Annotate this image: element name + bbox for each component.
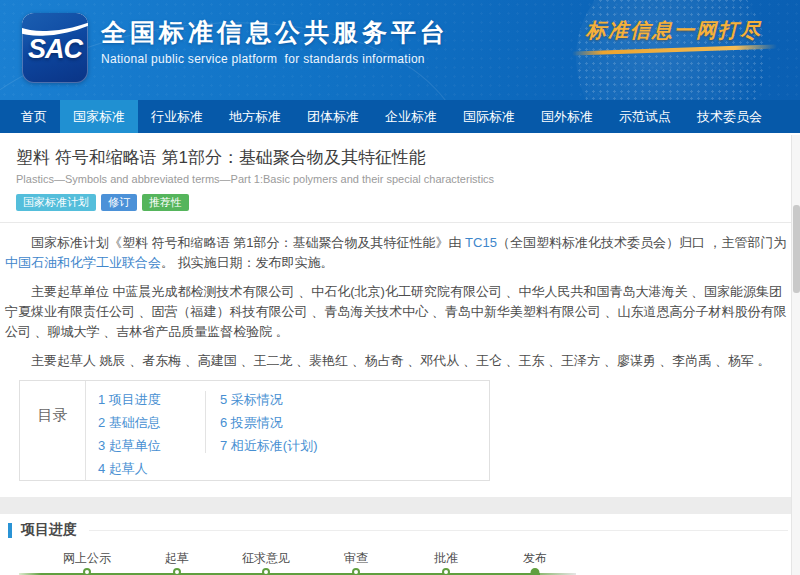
toc-link-项目进度[interactable]: 1 项目进度: [98, 388, 205, 411]
timeline-step-dot: [173, 568, 181, 575]
brand: 全国标准信息公共服务平台 National public service pla…: [101, 13, 449, 66]
nav-item-首页[interactable]: 首页: [8, 100, 60, 133]
toc-link-投票情况[interactable]: 6 投票情况: [220, 411, 318, 434]
timeline-step-label: 网上公示: [63, 550, 111, 567]
site-title: 全国标准信息公共服务平台: [101, 18, 449, 46]
timeline-step-dot: [352, 568, 360, 575]
summary-paragraph-drafters: 主要起草人 姚辰 、者东梅 、高建国 、王二龙 、裴艳红 、杨占奇 、邓代从 、…: [5, 351, 790, 371]
badge-国家标准计划: 国家标准计划: [16, 194, 96, 211]
toc-col-2: 5 采标情况6 投票情况7 相近标准(计划): [220, 388, 318, 480]
badges: 国家标准计划修订推荐性: [16, 194, 784, 211]
timeline-step-dot: [262, 568, 270, 575]
site-header: SAC 全国标准信息公共服务平台 National public service…: [0, 0, 800, 100]
app: SAC 全国标准信息公共服务平台 National public service…: [0, 0, 800, 575]
nav-item-行业标准[interactable]: 行业标准: [138, 100, 216, 133]
sac-logo[interactable]: SAC: [22, 13, 88, 83]
standard-title-block: 塑料 符号和缩略语 第1部分：基础聚合物及其特征性能 Plastics—Symb…: [0, 133, 800, 211]
timeline-step-dot: [531, 568, 540, 575]
timeline-step-label: 批准: [434, 550, 458, 567]
nav-item-国际标准[interactable]: 国际标准: [450, 100, 528, 133]
section-separator: [0, 497, 800, 514]
nav-item-示范试点[interactable]: 示范试点: [606, 100, 684, 133]
summary-section: 国家标准计划《塑料 符号和缩略语 第1部分：基础聚合物及其特征性能》由 TC15…: [0, 223, 800, 371]
progress-heading-row: 项目进度: [8, 521, 792, 539]
heading-accent-bar: [8, 523, 12, 538]
badge-推荐性: 推荐性: [142, 194, 189, 211]
progress-section: 项目进度 网上公示起草征求意见审查批准发布: [0, 514, 800, 575]
progress-heading: 项目进度: [21, 521, 77, 539]
nav-item-企业标准[interactable]: 企业标准: [372, 100, 450, 133]
timeline-step-dot: [442, 568, 450, 575]
page-title: 塑料 符号和缩略语 第1部分：基础聚合物及其特征性能: [16, 148, 784, 168]
slogan-underline: [571, 44, 776, 55]
p1-text: 国家标准计划《塑料 符号和缩略语 第1部分：基础聚合物及其特征性能》由: [31, 235, 465, 250]
timeline-step-label: 审查: [344, 550, 368, 567]
nav-item-团体标准[interactable]: 团体标准: [294, 100, 372, 133]
toc-col-1: 1 项目进度2 基础信息3 起草单位4 起草人: [98, 388, 205, 480]
slogan-text: 标准信息一网打尽: [558, 17, 790, 44]
nav-item-国家标准[interactable]: 国家标准: [60, 100, 138, 133]
main-nav: 首页国家标准行业标准地方标准团体标准企业标准国际标准国外标准示范试点技术委员会: [0, 100, 800, 133]
nav-item-技术委员会[interactable]: 技术委员会: [684, 100, 775, 133]
summary-paragraph-1: 国家标准计划《塑料 符号和缩略语 第1部分：基础聚合物及其特征性能》由 TC15…: [5, 233, 790, 273]
toc-link-起草人[interactable]: 4 起草人: [98, 457, 205, 480]
timeline-step-dot: [83, 568, 91, 575]
heading-rule: [89, 530, 788, 531]
timeline-step-label: 征求意见: [242, 550, 290, 567]
site-subtitle: National public service platform for sta…: [101, 52, 449, 66]
sac-logo-text: SAC: [22, 36, 88, 63]
toc-link-采标情况[interactable]: 5 采标情况: [220, 388, 318, 411]
toc-box: 目录 1 项目进度2 基础信息3 起草单位4 起草人 5 采标情况6 投票情况7…: [19, 380, 490, 481]
toc-column-divider: [205, 391, 206, 453]
nav-item-国外标准[interactable]: 国外标准: [528, 100, 606, 133]
toc-columns: 1 项目进度2 基础信息3 起草单位4 起草人 5 采标情况6 投票情况7 相近…: [86, 381, 318, 480]
scrollbar-track[interactable]: [791, 135, 800, 575]
timeline-step-label: 起草: [165, 550, 189, 567]
scrollbar-thumb[interactable]: [793, 205, 800, 293]
p1-text: （全国塑料标准化技术委员会）归口 ，主管部门为: [497, 235, 787, 250]
p1-text: 。 拟实施日期：发布即实施。: [161, 255, 334, 270]
slogan: 标准信息一网打尽: [558, 17, 790, 52]
page-title-english: Plastics—Symbols and abbreviated terms—P…: [16, 173, 784, 186]
summary-paragraph-drafting-units: 主要起草单位 中蓝晨光成都检测技术有限公司 、中石化(北京)化工研究院有限公司 …: [5, 282, 790, 342]
toc-link-基础信息[interactable]: 2 基础信息: [98, 411, 205, 434]
toc-label: 目录: [20, 381, 86, 480]
badge-修订: 修订: [101, 194, 137, 211]
tc15-link[interactable]: TC15: [465, 235, 497, 250]
timeline-step-label: 发布: [523, 550, 547, 567]
toc-link-相近标准(计划)[interactable]: 7 相近标准(计划): [220, 434, 318, 457]
authority-link[interactable]: 中国石油和化学工业联合会: [5, 255, 161, 270]
toc-link-起草单位[interactable]: 3 起草单位: [98, 434, 205, 457]
nav-item-地方标准[interactable]: 地方标准: [216, 100, 294, 133]
timeline: 网上公示起草征求意见审查批准发布: [8, 550, 792, 575]
